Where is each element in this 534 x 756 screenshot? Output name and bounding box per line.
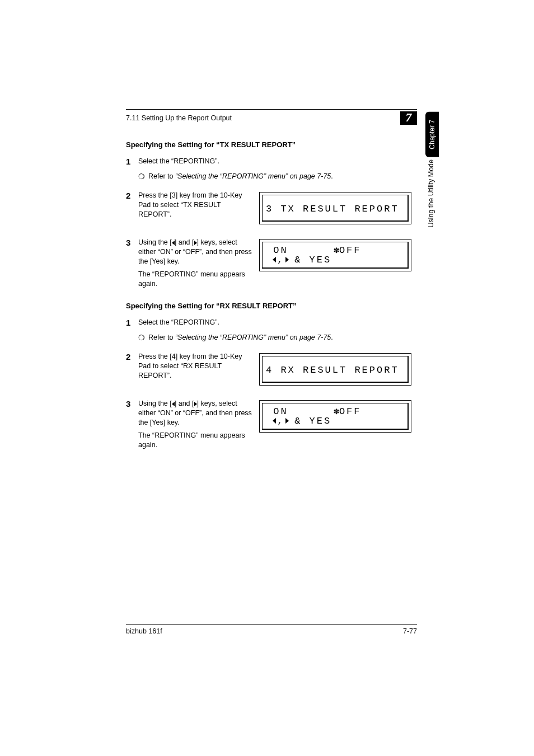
lcd-line-2: , & YES xyxy=(266,416,404,426)
tx-step-2: 2 Press the [3] key from the 10-Key Pad … xyxy=(126,191,417,224)
rx-heading: Specifying the Setting for “RX RESULT RE… xyxy=(126,302,417,310)
sub-prefix: Refer to xyxy=(148,334,175,341)
step-text: Select the “REPORTING”. xyxy=(138,318,417,327)
lcd-line: 3 TX RESULT REPORT xyxy=(266,204,404,214)
section-title: 7.11 Setting Up the Report Output xyxy=(126,114,232,122)
chapter-tab: Chapter 7 xyxy=(425,112,439,157)
top-rule xyxy=(126,109,417,110)
star-icon: ✽ xyxy=(334,407,339,417)
rx-step-1: 1 Select the “REPORTING”. xyxy=(126,318,417,328)
bullet-icon: ❍ xyxy=(138,334,148,342)
step-number: 1 xyxy=(126,157,138,167)
tx-step-1-sub: ❍ Refer to “Selecting the “REPORTING” me… xyxy=(138,172,417,181)
step-number: 3 xyxy=(126,399,138,449)
lcd-line-1: ON ✽OFF xyxy=(266,246,404,255)
sub-text: Refer to “Selecting the “REPORTING” menu… xyxy=(148,334,333,342)
sub-prefix: Refer to xyxy=(148,172,175,180)
sub-suffix: . xyxy=(331,172,332,180)
tx-step-3: 3 Using the [] and [] keys, select eithe… xyxy=(126,238,417,288)
sub-text: Refer to “Selecting the “REPORTING” menu… xyxy=(148,172,333,181)
step-number: 2 xyxy=(126,191,138,219)
lcd-display: 4 RX RESULT REPORT xyxy=(259,353,411,386)
chapter-number-box: 7 xyxy=(400,111,417,125)
step-number: 3 xyxy=(126,238,138,288)
footer-page: 7-77 xyxy=(403,627,417,635)
step-number: 1 xyxy=(126,318,138,328)
rx-step-3: 3 Using the [] and [] keys, select eithe… xyxy=(126,399,417,449)
page-footer: bizhub 161f 7-77 xyxy=(126,624,417,635)
star-icon: ✽ xyxy=(334,246,339,256)
left-arrow-icon xyxy=(273,257,276,262)
mode-tab: Using the Utility Mode xyxy=(427,159,435,231)
sub-suffix: . xyxy=(331,334,332,341)
left-arrow-icon xyxy=(273,418,276,424)
sub-italic: “Selecting the “REPORTING” menu” on page… xyxy=(175,172,331,180)
step-result: The “REPORTING” menu appears again. xyxy=(138,431,253,450)
step-number: 2 xyxy=(126,352,138,381)
lcd-display: ON ✽OFF , & YES xyxy=(259,400,411,433)
lcd-line-2: , & YES xyxy=(266,255,404,265)
side-tabs: Chapter 7 Using the Utility Mode xyxy=(425,112,439,231)
lcd-display: 3 TX RESULT REPORT xyxy=(259,192,411,224)
lcd-line-1: ON ✽OFF xyxy=(266,407,404,416)
sub-italic: “Selecting the “REPORTING” menu” on page… xyxy=(175,334,331,341)
step-text: Using the [] and [] keys, select either … xyxy=(138,399,253,449)
page-content: 7.11 Setting Up the Report Output 7 Spec… xyxy=(126,109,417,463)
right-arrow-icon xyxy=(285,257,289,262)
rx-step-1-sub: ❍ Refer to “Selecting the “REPORTING” me… xyxy=(138,334,417,342)
step-text: Select the “REPORTING”. xyxy=(138,157,417,166)
step-text: Using the [] and [] keys, select either … xyxy=(138,238,253,288)
step-text: Press the [4] key from the 10-Key Pad to… xyxy=(138,352,253,381)
running-header: 7.11 Setting Up the Report Output 7 xyxy=(126,111,417,125)
right-arrow-icon xyxy=(285,418,289,424)
bullet-icon: ❍ xyxy=(138,172,148,181)
footer-model: bizhub 161f xyxy=(126,627,162,635)
step-result: The “REPORTING” menu appears again. xyxy=(138,270,253,289)
lcd-line: 4 RX RESULT REPORT xyxy=(266,365,404,375)
rx-step-2: 2 Press the [4] key from the 10-Key Pad … xyxy=(126,352,417,386)
lcd-display: ON ✽OFF , & YES xyxy=(259,239,411,271)
step-text: Press the [3] key from the 10-Key Pad to… xyxy=(138,191,253,219)
tx-step-1: 1 Select the “REPORTING”. xyxy=(126,157,417,167)
tx-heading: Specifying the Setting for “TX RESULT RE… xyxy=(126,140,417,149)
